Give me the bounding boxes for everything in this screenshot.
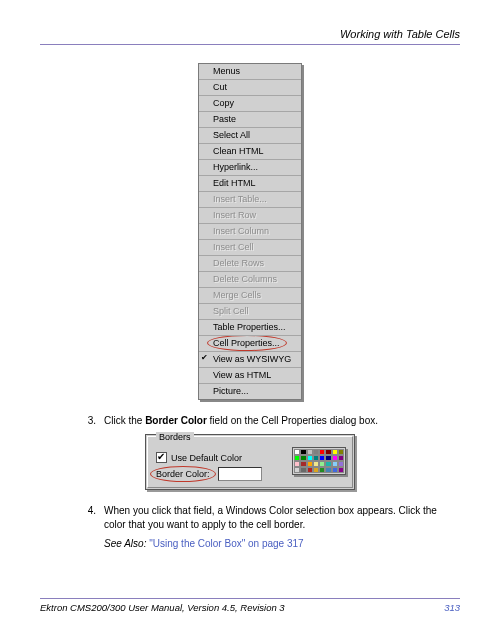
menu-item[interactable]: Cell Properties... [199, 336, 301, 352]
header-rule [40, 44, 460, 45]
menu-item[interactable]: Clean HTML [199, 144, 301, 160]
color-picker-grid[interactable] [292, 447, 346, 475]
step-number: 4. [78, 504, 96, 532]
step-text: When you click that field, a Windows Col… [104, 504, 460, 532]
use-default-checkbox[interactable] [156, 452, 167, 463]
menu-item: Insert Row [199, 208, 301, 224]
menu-item: Delete Rows [199, 256, 301, 272]
page-number: 313 [444, 602, 460, 613]
step-bold: Border Color [145, 415, 207, 426]
footer-rule [40, 598, 460, 599]
menu-item[interactable]: Hyperlink... [199, 160, 301, 176]
menu-item: Insert Cell [199, 240, 301, 256]
menu-item[interactable]: Edit HTML [199, 176, 301, 192]
footer-text: Ektron CMS200/300 User Manual, Version 4… [40, 602, 285, 613]
menu-item[interactable]: Copy [199, 96, 301, 112]
menu-item[interactable]: Select All [199, 128, 301, 144]
menu-item: Merge Cells [199, 288, 301, 304]
menu-item: Insert Table... [199, 192, 301, 208]
step-3: 3. Click the Border Color field on the C… [78, 414, 460, 428]
menu-item[interactable]: View as WYSIWYG [199, 352, 301, 368]
menu-item: Insert Column [199, 224, 301, 240]
borders-panel: Borders Use Default Color Border Color: [145, 434, 355, 490]
menu-item: Split Cell [199, 304, 301, 320]
page-footer: Ektron CMS200/300 User Manual, Version 4… [40, 598, 460, 613]
step-text: Click the Border Color field on the Cell… [104, 414, 460, 428]
menu-item[interactable]: Paste [199, 112, 301, 128]
menu-item[interactable]: Picture... [199, 384, 301, 399]
borders-legend: Borders [156, 432, 194, 442]
menu-item[interactable]: Menus [199, 64, 301, 80]
see-also-label: See Also: [104, 538, 149, 549]
use-default-label: Use Default Color [171, 453, 242, 463]
step-suffix: field on the Cell Properties dialog box. [207, 415, 378, 426]
context-menu: MenusCutCopyPasteSelect AllClean HTMLHyp… [198, 63, 302, 400]
border-color-label: Border Color: [154, 469, 212, 479]
menu-item[interactable]: Cut [199, 80, 301, 96]
step-number: 3. [78, 414, 96, 428]
see-also: See Also: "Using the Color Box" on page … [104, 538, 460, 549]
menu-item: Delete Columns [199, 272, 301, 288]
step-4: 4. When you click that field, a Windows … [78, 504, 460, 532]
color-swatch[interactable] [338, 467, 344, 473]
border-color-input[interactable] [218, 467, 262, 481]
step-prefix: Click the [104, 415, 145, 426]
see-also-link[interactable]: "Using the Color Box" on page 317 [149, 538, 303, 549]
page-header-title: Working with Table Cells [40, 28, 460, 44]
menu-item[interactable]: View as HTML [199, 368, 301, 384]
menu-item[interactable]: Table Properties... [199, 320, 301, 336]
